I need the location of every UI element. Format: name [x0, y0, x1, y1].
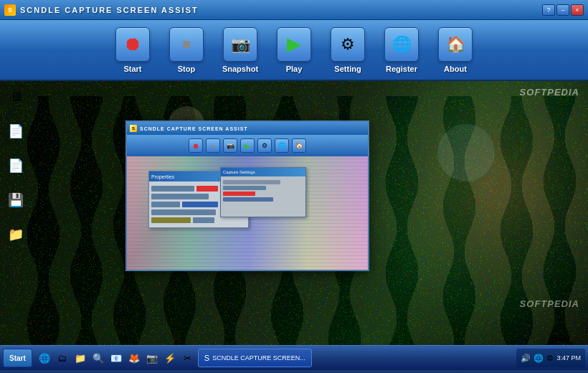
desktop-icon-4[interactable]: 📁 [6, 225, 26, 245]
desktop-icon-0[interactable]: 🖥 [6, 87, 26, 107]
inner-app-icon: S [130, 125, 137, 132]
register-button[interactable]: 🌐 Register [379, 27, 425, 73]
inner-title-bar: S SCNDLE CAPTURE SCREEN ASSIST [127, 122, 368, 135]
app-icon: S [4, 4, 16, 16]
desktop-icon-1[interactable]: 📄 [6, 121, 26, 141]
inner-start-icon: ⏺ [189, 138, 203, 153]
watermark-top-right: SOFTPEDIA [520, 87, 579, 98]
inner-dialog-2: Capture Settings [220, 167, 306, 217]
inner-toolbar: ⏺ ■ 📷 ▶ ⚙ 🌐 🏠 [127, 135, 368, 156]
setting-button[interactable]: ⚙ Setting [325, 27, 371, 73]
inner-bar-8 [193, 217, 214, 223]
taskbar-icon-8[interactable]: ✂ [180, 350, 196, 366]
inner-dialog-2-title: Capture Settings [221, 168, 305, 176]
inner-bar-1 [151, 186, 194, 192]
inner-setting-icon: ⚙ [257, 138, 272, 153]
help-button[interactable]: ? [542, 4, 555, 16]
inner-register-icon: 🌐 [275, 138, 289, 153]
taskbar-icon-7[interactable]: ⚡ [162, 350, 178, 366]
play-button[interactable]: ▶ Play [271, 27, 318, 73]
snapshot-icon: 📷 [223, 27, 257, 62]
inner-row-c [223, 192, 255, 196]
start-menu-button[interactable]: Start [3, 349, 32, 367]
inner-play-icon: ▶ [240, 138, 255, 153]
inner-bar-3 [151, 194, 209, 199]
taskbar-icon-folder[interactable]: 🗂 [54, 350, 70, 366]
taskbar-tray: 🔊 🌐 ⚙ 3:47 PM [516, 349, 585, 367]
inner-bar-7 [151, 217, 191, 223]
taskbar-quick-launch: 🌐 🗂 📁 🔍 📧 🦊 📷 ⚡ ✂ [37, 350, 196, 366]
taskbar-icon-3[interactable]: 🔍 [90, 350, 106, 366]
tray-icon-3[interactable]: ⚙ [546, 354, 554, 363]
inner-window[interactable]: S SCNDLE CAPTURE SCREEN ASSIST ⏺ ■ 📷 ▶ ⚙… [125, 121, 369, 271]
desktop-icon-3[interactable]: 💾 [6, 190, 26, 210]
taskbar-active-icon: S [204, 354, 209, 362]
inner-about-icon: 🏠 [292, 138, 306, 153]
taskbar-active-label: SCNDLE CAPTURE SCREEN... [212, 354, 305, 362]
taskbar-icon-4[interactable]: 📧 [108, 350, 124, 366]
desktop-icon-2-img: 📄 [6, 156, 26, 176]
title-bar: S SCNDLE CAPTURE SCREEN ASSIST ? – × [0, 0, 588, 20]
about-button[interactable]: 🏠 About [432, 27, 479, 73]
desktop-icons: 🖥 📄 📄 💾 📁 [6, 87, 26, 245]
inner-bar-4 [151, 202, 180, 207]
snapshot-button[interactable]: 📷 Snapshot [217, 27, 264, 73]
about-icon: 🏠 [438, 27, 473, 62]
close-button[interactable]: × [571, 4, 584, 16]
app-title: SCNDLE CAPTURE SCREEN ASSIST [20, 6, 199, 14]
taskbar-icon-5[interactable]: 🦊 [126, 350, 142, 366]
minimize-button[interactable]: – [556, 4, 569, 16]
stop-button[interactable]: ■ Stop [163, 27, 210, 73]
inner-content: Properties [127, 156, 368, 270]
taskbar-icon-ie[interactable]: 🌐 [37, 350, 52, 366]
play-icon: ▶ [277, 27, 311, 62]
inner-row-5 [151, 217, 246, 223]
start-button[interactable]: ⏺ Start [110, 27, 156, 73]
main-area: SOFTPEDIA SOFTPEDIA 🖥 📄 📄 💾 📁 S SCNDLE C… [0, 81, 588, 345]
taskbar: Start 🌐 🗂 📁 🔍 📧 🦊 📷 ⚡ ✂ S SCNDLE CAPTURE… [0, 345, 588, 370]
inner-dialog-2-body [221, 176, 305, 205]
inner-row-d [223, 197, 273, 202]
taskbar-icon-6[interactable]: 📷 [144, 350, 160, 366]
inner-title-text: SCNDLE CAPTURE SCREEN ASSIST [140, 126, 248, 131]
inner-stop-icon: ■ [206, 138, 220, 153]
desktop-icon-4-img: 📁 [6, 225, 26, 245]
stop-icon: ■ [169, 27, 204, 62]
play-label: Play [286, 65, 303, 73]
taskbar-icon-2[interactable]: 📁 [72, 350, 88, 366]
taskbar-active-item[interactable]: S SCNDLE CAPTURE SCREEN... [198, 349, 312, 367]
tray-icon-2[interactable]: 🌐 [534, 354, 544, 363]
start-label: Start [123, 65, 141, 73]
desktop-icon-0-img: 🖥 [6, 87, 26, 107]
inner-bar-6 [151, 209, 216, 215]
register-label: Register [386, 65, 417, 73]
inner-bar-2 [196, 186, 218, 192]
title-bar-left: S SCNDLE CAPTURE SCREEN ASSIST [4, 4, 199, 16]
desktop-icon-1-img: 📄 [6, 121, 26, 141]
inner-row-b [223, 186, 266, 190]
setting-icon: ⚙ [331, 27, 365, 62]
start-icon: ⏺ [115, 27, 150, 62]
toolbar: ⏺ Start ■ Stop 📷 Snapshot ▶ Play ⚙ Setti… [0, 20, 588, 81]
desktop-icon-3-img: 💾 [6, 190, 26, 210]
title-controls: ? – × [542, 4, 584, 16]
about-label: About [444, 65, 467, 73]
stop-label: Stop [178, 65, 195, 73]
inner-row-a [223, 180, 280, 184]
inner-dialog-2-title-text: Capture Settings [223, 170, 255, 174]
inner-bar-5 [182, 202, 218, 207]
start-menu-label: Start [9, 354, 26, 362]
tray-clock: 3:47 PM [556, 354, 581, 362]
snapshot-label: Snapshot [222, 65, 258, 73]
watermark-bottom-right: SOFTPEDIA [520, 298, 579, 309]
register-icon: 🌐 [384, 27, 419, 62]
tray-icon-1[interactable]: 🔊 [521, 354, 531, 363]
desktop-icon-2[interactable]: 📄 [6, 156, 26, 176]
inner-dialog-1-title-text: Properties [151, 174, 174, 179]
inner-snapshot-icon: 📷 [223, 138, 237, 153]
setting-label: Setting [334, 65, 361, 73]
